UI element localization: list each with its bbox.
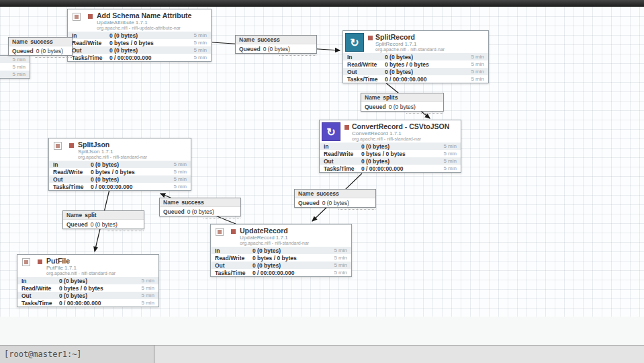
stat-value: 0 (0 bytes) — [385, 54, 471, 61]
processor-type: UpdateAttribute 1.7.1 — [97, 19, 211, 26]
stat-row-out: Out 0 (0 bytes) 5 min — [343, 68, 488, 75]
stat-value: 0 (0 bytes) — [252, 247, 334, 254]
processor-title: SplitJson — [78, 140, 191, 149]
connection-name-row: Name splits — [361, 93, 443, 102]
stat-window: 5 min — [443, 165, 457, 171]
processor-updaterecord[interactable]: UpdateRecord UpdateRecord 1.7.1 org.apac… — [210, 224, 352, 277]
connection-queued-row: Queued 0 (0 bytes) — [236, 44, 316, 53]
connection-name-row: Name success — [295, 190, 375, 198]
connection-queued-row: Queued 0 (0 bytes) — [160, 207, 240, 216]
stat-row-tasks: Tasks/Time 0 / 00:00:00.000 5 min — [49, 183, 191, 190]
processor-splitjson[interactable]: SplitJson SplitJson 1.7.1 org.apache.nif… — [48, 138, 191, 191]
stat-row-readwrite: Read/Write 0 bytes / 0 bytes 5 min — [343, 61, 488, 68]
processor-partial-offscreen[interactable]: 5 min 5 min 5 min — [0, 55, 30, 79]
connection-queued-row: Queued 0 (0 bytes) — [295, 198, 375, 207]
stat-row-in: In 0 (0 bytes) 5 min — [68, 32, 211, 39]
stat-row-out: Out 0 (0 bytes) 5 min — [17, 292, 158, 299]
stat-label: In — [21, 278, 59, 284]
processor-title: UpdateRecord — [240, 227, 351, 235]
stopped-status-icon — [38, 259, 42, 264]
connection-name-row: Name success — [236, 36, 316, 44]
processor-bundle: org.apache.nifi - nifi-standard-nar — [375, 47, 488, 52]
stat-window: 5 min — [334, 270, 347, 276]
stopped-status-icon — [88, 14, 93, 19]
connection-label-success-addschema-splitrecord[interactable]: Name success Queued 0 (0 bytes) — [235, 35, 317, 54]
stat-window: 5 min — [334, 247, 347, 253]
stat-row-out: Out 0 (0 bytes) 5 min — [68, 46, 211, 54]
stat-row: 5 min — [0, 63, 30, 71]
terminal-window[interactable]: [root@master1:~] — [0, 346, 154, 363]
connection-queued-row: Queued 0 (0 bytes) — [63, 220, 144, 229]
connection-label-success-convert-update[interactable]: Name success Queued 0 (0 bytes) — [294, 189, 376, 208]
connection-label-splits[interactable]: Name splits Queued 0 (0 bytes) — [361, 93, 444, 112]
stat-row-tasks: Tasks/Time 0 / 00:00:00.000 5 min — [211, 269, 351, 276]
queued-key: Queued — [298, 200, 320, 206]
stat-window: 5 min — [173, 184, 187, 190]
processor-header: ↻ ConvertRecord - CSVtoJSON ConvertRecor… — [320, 120, 461, 143]
queued-value: 0 (0 bytes) — [322, 200, 349, 206]
name-key: Name — [298, 190, 314, 197]
stat-value: 0 (0 bytes) — [91, 176, 173, 183]
connection-label-split[interactable]: Name split Queued 0 (0 bytes) — [62, 210, 144, 229]
stat-row-readwrite: Read/Write 0 bytes / 0 bytes 5 min — [49, 168, 191, 175]
stat-value: 0 (0 bytes) — [59, 278, 141, 284]
queued-value: 0 (0 bytes) — [263, 46, 290, 52]
stat-label: Read/Write — [53, 169, 91, 175]
queued-value: 0 (0 bytes) — [91, 221, 118, 228]
processor-icon — [22, 258, 30, 266]
processor-header: SplitJson SplitJson 1.7.1 org.apache.nif… — [49, 138, 191, 161]
stat-value: 0 / 00:00:00.000 — [361, 165, 443, 172]
stat-value: 0 (0 bytes) — [252, 262, 334, 269]
stat-row-in: In 0 (0 bytes) 5 min — [211, 247, 351, 254]
processor-convertrecord-csvtojson[interactable]: ↻ ConvertRecord - CSVtoJSON ConvertRecor… — [319, 120, 461, 173]
processor-splitrecord[interactable]: ↻ SplitRecord SplitRecord 1.7.1 org.apac… — [342, 30, 489, 83]
stat-value: 0 bytes / 0 bytes — [59, 285, 141, 292]
processor-putfile[interactable]: PutFile PutFile 1.7.1 org.apache.nifi - … — [17, 254, 159, 307]
stat-value: 0 / 00:00:00.000 — [385, 76, 471, 83]
stat-label: Out — [215, 262, 252, 269]
stat-label: In — [215, 247, 252, 254]
processor-titles: Add Schema Name Attribute UpdateAttribut… — [97, 9, 211, 30]
queued-value: 0 (0 bytes) — [36, 48, 63, 54]
processor-title: SplitRecord — [375, 33, 488, 41]
stat-row-out: Out 0 (0 bytes) 5 min — [211, 261, 351, 269]
stat-label: Out — [53, 176, 91, 183]
stat-label: In — [72, 32, 109, 39]
stat-window: 5 min — [12, 64, 26, 70]
stat-label: Tasks/Time — [324, 165, 361, 172]
stat-value: 0 / 00:00:00.000 — [109, 54, 193, 61]
stat-window: 5 min — [141, 300, 154, 306]
connection-label-success-left[interactable]: Name success Queued 0 (0 bytes) — [8, 37, 73, 56]
stat-row: 5 min — [0, 71, 30, 78]
stat-value: 0 / 00:00:00.000 — [252, 270, 334, 276]
processor-title: PutFile — [46, 257, 158, 265]
connection-name-row: Name split — [63, 211, 144, 220]
stat-value: 0 (0 bytes) — [361, 158, 443, 165]
stat-window: 5 min — [471, 61, 484, 67]
stat-value: 0 (0 bytes) — [59, 292, 141, 299]
stat-value: 0 bytes / 0 bytes — [109, 40, 193, 46]
processor-type: PutFile 1.7.1 — [46, 265, 158, 271]
processor-titles: PutFile PutFile 1.7.1 org.apache.nifi - … — [46, 255, 158, 276]
queued-key: Queued — [163, 208, 185, 215]
connection-name-row: Name success — [9, 38, 72, 46]
stat-label: Out — [72, 47, 109, 54]
stat-value: 0 / 00:00:00.000 — [91, 184, 173, 190]
processor-bundle: org.apache.nifi - nifi-standard-nar — [352, 136, 461, 141]
processor-icon — [54, 142, 62, 150]
stopped-status-icon — [368, 36, 373, 40]
name-key: Name — [66, 212, 82, 218]
stat-row-out: Out 0 (0 bytes) 5 min — [320, 157, 461, 165]
processor-add-schema-name-attribute[interactable]: Add Schema Name Attribute UpdateAttribut… — [67, 9, 212, 62]
stat-label: In — [324, 143, 361, 150]
stat-window: 5 min — [471, 54, 484, 60]
stat-window: 5 min — [12, 71, 26, 77]
name-value: success — [257, 36, 280, 43]
stat-label: Tasks/Time — [72, 54, 109, 61]
stat-row-tasks: Tasks/Time 0 / 00:00:00.000 5 min — [320, 165, 461, 172]
name-value: splits — [383, 94, 398, 101]
splitrecord-icon: ↻ — [345, 33, 364, 52]
connection-label-success-update-splitjson[interactable]: Name success Queued 0 (0 bytes) — [159, 198, 241, 216]
stat-window: 5 min — [12, 56, 26, 63]
processor-type: SplitRecord 1.7.1 — [375, 41, 488, 47]
